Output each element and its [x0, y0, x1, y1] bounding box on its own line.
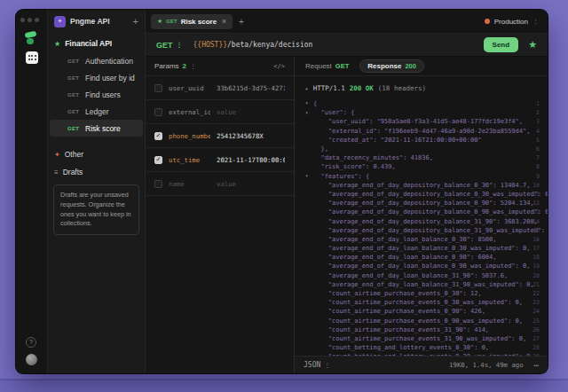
query-code-toggle-icon[interactable]: </> [273, 63, 285, 70]
params-rows: user_uuid 33b6215d-3d75-4271… external_i… [146, 76, 294, 196]
workspace-grid-icon[interactable] [26, 51, 38, 64]
add-request-button[interactable]: + [133, 17, 138, 27]
tab-label: Risk score [181, 18, 217, 26]
line-number: 18 [532, 254, 540, 261]
request-url-bar: GET ⋮ {{HOST}}/beta/kenya/decision Send … [146, 33, 548, 57]
format-dropdown-icon[interactable]: ⋮ [324, 362, 330, 369]
expand-headers-icon[interactable]: ▸ [305, 85, 309, 91]
format-dropdown[interactable]: JSON [304, 361, 320, 369]
param-checkbox[interactable]: ✓ [154, 132, 162, 140]
kebab-menu-icon[interactable]: ⋮ [532, 18, 539, 25]
sidebar-item-drafts[interactable]: ≡ Drafts [48, 163, 145, 181]
method-badge: GET [166, 19, 177, 24]
url-input[interactable]: {{HOST}}/beta/kenya/decision [193, 41, 484, 49]
line-number: 22 [532, 290, 540, 297]
param-checkbox[interactable] [154, 84, 162, 92]
close-tab-icon[interactable]: × [222, 17, 226, 26]
line-number: 21 [532, 281, 540, 288]
code-text: "external_id": "f196eeb9-4d47-46a9-a90d-… [313, 128, 530, 135]
code-text: "count_airtime_purchase_events_0_30": 12… [313, 290, 482, 297]
http-status-line[interactable]: ▸ HTTP/1.1 200 OK (18 headers) [305, 84, 548, 92]
code-line: ▾ { 1 [295, 99, 548, 108]
param-row: user_uuid 33b6215d-3d75-4271… [146, 76, 294, 100]
method-badge: GET [67, 126, 81, 131]
fold-toggle-icon[interactable]: ▾ [305, 101, 313, 106]
param-name-input[interactable]: utc_time [169, 156, 210, 164]
code-line: ▾ }, 6 [295, 145, 548, 153]
param-name-input[interactable]: phone_number [169, 132, 210, 140]
code-text: "data_recency_minutes": 41836, [313, 154, 433, 161]
code-text: "average_end_of_day_loan_balance_31_90_w… [313, 281, 534, 288]
param-name-input[interactable]: name [169, 180, 210, 188]
param-value-input[interactable]: value [217, 108, 285, 116]
params-menu-icon[interactable]: ⋮ [190, 63, 196, 70]
checkmark-icon: ✓ [156, 132, 162, 139]
code-text: "average_end_of_day_loan_balance_0_90_wa… [313, 263, 530, 270]
window-close-button[interactable] [20, 18, 25, 22]
code-line: ▾ "average_end_of_day_loan_balance_0_30_… [295, 244, 548, 253]
collection-label: Financial API [65, 39, 112, 48]
tab-risk-score[interactable]: ★ GET Risk score × [151, 14, 233, 29]
star-icon: ★ [54, 40, 60, 48]
tab-request-timeline[interactable]: Request GET [305, 62, 349, 70]
code-text: "average_end_of_day_depository_balance_3… [313, 227, 548, 234]
other-collection-icon: ✦ [54, 151, 60, 159]
send-button[interactable]: Send [484, 37, 519, 52]
desktop-background: ? ✦ Pngme API + ★ Financial API GET Auth… [0, 0, 568, 392]
param-name-input[interactable]: user_uuid [169, 84, 210, 92]
params-count-badge: 2 [183, 62, 186, 70]
line-number: 8 [536, 163, 540, 170]
code-line: ▾ "data_recency_minutes": 41836, 7 [295, 153, 548, 162]
code-line: ▾ "average_end_of_day_depository_balance… [295, 226, 548, 235]
tab-response[interactable]: Response 200 [359, 59, 424, 73]
sidebar-request-item[interactable]: GET Authentication [50, 52, 143, 69]
code-text: "average_end_of_day_loan_balance_0_30": … [313, 236, 497, 243]
code-text: "average_end_of_day_loan_balance_0_90": … [313, 254, 497, 261]
param-checkbox[interactable]: ✓ [154, 156, 162, 164]
help-icon[interactable]: ? [26, 337, 36, 348]
http-status: 200 OK [350, 84, 374, 92]
sidebar-request-item[interactable]: GET Find users [50, 86, 143, 103]
request-response-panes: Params 2 ⋮ </> user_uuid 33b6215d-3d75-4… [146, 57, 548, 373]
param-value-input[interactable]: 2021-11-17T00:00:00 [217, 156, 285, 164]
url-host-variable: {{HOST}} [193, 41, 228, 49]
line-number: 2 [536, 109, 540, 116]
favorite-star-icon[interactable]: ★ [528, 39, 537, 51]
line-number: 25 [532, 318, 540, 325]
request-label: Find user by id [85, 74, 135, 82]
fold-toggle-icon[interactable]: ▾ [305, 111, 313, 116]
drafts-list-icon: ≡ [54, 169, 59, 176]
http-protocol: HTTP/1.1 [313, 84, 345, 92]
line-number: 10 [532, 182, 540, 189]
line-number: 4 [536, 128, 540, 135]
window-zoom-button[interactable] [35, 18, 39, 22]
window-minimize-button[interactable] [28, 18, 32, 22]
line-number: 5 [536, 137, 540, 144]
code-text: { [313, 100, 317, 107]
param-checkbox[interactable] [154, 108, 162, 116]
param-value-input[interactable]: value [217, 180, 285, 188]
sidebar-request-item[interactable]: GET Find user by id [50, 69, 143, 86]
param-value-input[interactable]: 25412345678X [217, 132, 285, 140]
method-dropdown-icon: ⋮ [177, 42, 183, 49]
user-avatar[interactable] [26, 354, 37, 365]
sidebar-item-other[interactable]: ✦ Other [48, 145, 145, 163]
environment-selector[interactable]: Production ⋮ [485, 18, 539, 26]
param-name-input[interactable]: external_id [169, 108, 210, 116]
line-number: 28 [532, 344, 540, 351]
workspace-switcher[interactable]: ✦ Pngme API + [48, 10, 145, 33]
code-text: "average_end_of_day_loan_balance_31_90":… [313, 272, 508, 279]
new-tab-button[interactable]: + [239, 17, 244, 27]
line-number: 13 [532, 208, 540, 216]
sidebar-request-item[interactable]: GET Ledger [50, 103, 143, 120]
line-number: 24 [532, 308, 540, 315]
method-dropdown[interactable]: GET ⋮ [156, 41, 183, 50]
method-label: GET [156, 41, 173, 50]
sidebar-request-item[interactable]: GET Risk score [50, 120, 143, 137]
param-value-input[interactable]: 33b6215d-3d75-4271… [217, 84, 285, 92]
sidebar-collection-financial-api[interactable]: ★ Financial API [48, 35, 145, 52]
param-checkbox[interactable] [154, 180, 162, 188]
params-title[interactable]: Params [154, 62, 179, 70]
fold-toggle-icon[interactable]: ▾ [305, 174, 313, 179]
drafts-hint-box: Drafts are your unsaved requests. Organi… [53, 184, 139, 235]
